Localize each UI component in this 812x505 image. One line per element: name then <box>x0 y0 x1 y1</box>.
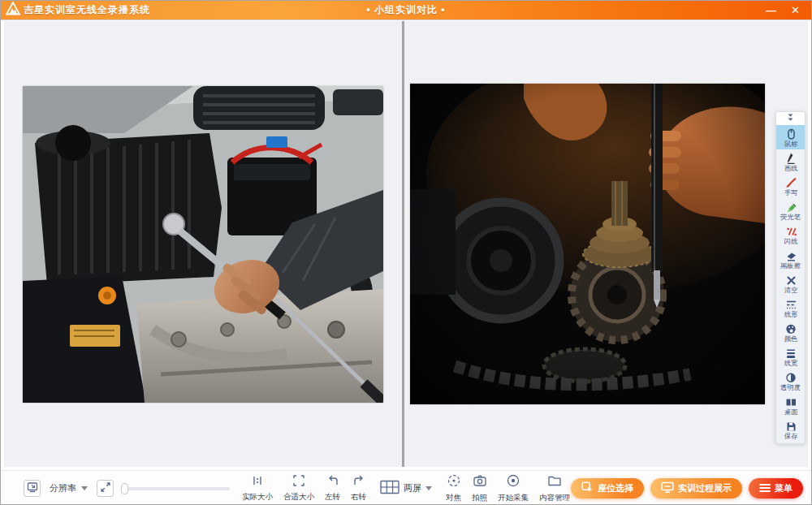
screen-mode-label: 两屏 <box>404 482 421 494</box>
tool-highlighter[interactable]: 荧光笔 <box>776 198 805 222</box>
palette-icon <box>785 322 797 335</box>
seat-selection-button[interactable]: 座位选择 <box>571 478 644 499</box>
tool-label: 线宽 <box>784 359 797 366</box>
seat-select-icon <box>581 481 594 495</box>
content-management-button[interactable]: 内容管理 <box>539 473 570 503</box>
comparison-area: 鼠标 画线 手写 荧光笔 <box>1 19 811 470</box>
focus-icon <box>447 473 461 491</box>
fit-size-button[interactable]: 合适大小 <box>283 474 314 503</box>
tool-clear[interactable]: 清空 <box>776 271 805 296</box>
button-label: 合适大小 <box>283 492 314 503</box>
double-chevron-down-icon <box>785 111 796 126</box>
right-video-panel <box>404 21 808 467</box>
expand-arrows-icon <box>100 481 111 496</box>
button-label: 左转 <box>325 492 340 503</box>
right-photo-gear-repair <box>410 84 765 404</box>
tool-label: 荧光笔 <box>780 213 801 220</box>
close-button[interactable]: ✕ <box>791 5 800 15</box>
screen-mode-dropdown[interactable]: 两屏 <box>380 480 432 498</box>
record-icon <box>506 473 520 491</box>
button-label: 对焦 <box>446 493 461 503</box>
flash-line-icon <box>785 225 797 237</box>
actual-size-button[interactable]: 实际大小 <box>242 474 273 503</box>
button-label: 开始采集 <box>498 493 529 503</box>
chevron-down-icon <box>81 486 88 490</box>
camera-icon <box>473 473 487 491</box>
fit-size-icon <box>292 474 305 490</box>
button-label: 实训过程展示 <box>678 482 732 494</box>
bottom-toolbar: 分辨率 实际大小 <box>1 470 811 505</box>
grid-layout-icon <box>380 480 400 498</box>
tool-eraser[interactable]: 黑板擦 <box>776 247 805 271</box>
button-label: 拍照 <box>472 493 487 503</box>
zoom-slider-handle[interactable] <box>121 483 128 494</box>
window-subtitle: • 小组实训对比 • <box>366 3 445 17</box>
bottom-right-cluster: 座位选择 实训过程展示 菜单 <box>571 478 803 499</box>
button-label: 内容管理 <box>539 493 570 503</box>
chevron-down-icon <box>425 486 432 490</box>
tool-label: 清空 <box>784 286 797 293</box>
minimize-button[interactable]: — <box>766 5 776 15</box>
rotate-right-icon <box>352 474 365 490</box>
app-logo-icon <box>6 2 20 19</box>
tool-label: 黑板擦 <box>780 261 801 269</box>
tool-label: 透明度 <box>780 383 801 391</box>
resolution-label: 分辨率 <box>50 482 76 494</box>
tool-label: 线形 <box>784 310 797 317</box>
collapse-toolbar-button[interactable] <box>776 112 805 125</box>
bottom-left-cluster: 分辨率 <box>24 480 230 497</box>
focus-button[interactable]: 对焦 <box>446 473 461 503</box>
button-label: 菜单 <box>775 482 793 494</box>
save-icon <box>785 420 797 432</box>
window-controls: — ✕ <box>766 5 800 15</box>
app-window: 吉星实训室无线全录播系统 • 小组实训对比 • — ✕ <box>0 0 812 505</box>
tool-handwrite[interactable]: 手写 <box>776 174 805 198</box>
pen-icon <box>785 152 797 164</box>
tool-label: 画线 <box>784 164 797 171</box>
tool-label: 鼠标 <box>784 140 797 147</box>
resolution-dropdown[interactable]: 分辨率 <box>50 482 88 494</box>
tool-label: 手写 <box>784 188 797 196</box>
button-label: 实际大小 <box>242 492 273 503</box>
rotate-right-button[interactable]: 右转 <box>351 474 366 503</box>
tool-desktop[interactable]: 桌面 <box>776 393 805 417</box>
tool-label: 颜色 <box>784 335 797 342</box>
titlebar: 吉星实训室无线全录播系统 • 小组实训对比 • — ✕ <box>1 1 811 19</box>
actual-size-icon <box>251 474 264 490</box>
tool-draw-line[interactable]: 画线 <box>776 149 805 174</box>
start-capture-button[interactable]: 开始采集 <box>498 473 529 503</box>
eraser-icon <box>785 249 797 261</box>
bottom-center-cluster: 实际大小 合适大小 左转 右转 <box>242 473 570 503</box>
process-display-icon <box>661 481 674 495</box>
resolution-settings-button[interactable] <box>24 480 41 497</box>
zoom-expand-button[interactable] <box>97 480 114 497</box>
folder-icon <box>547 473 562 491</box>
tool-save[interactable]: 保存 <box>776 417 805 442</box>
highlighter-icon <box>785 201 797 213</box>
rotate-left-button[interactable]: 左转 <box>325 474 340 503</box>
menu-button[interactable]: 菜单 <box>749 478 803 499</box>
left-photo-engine-bay <box>23 86 383 403</box>
titlebar-left: 吉星实训室无线全录播系统 <box>6 2 150 19</box>
training-process-display-button[interactable]: 实训过程展示 <box>650 478 742 499</box>
tool-mouse[interactable]: 鼠标 <box>776 125 805 149</box>
tool-color[interactable]: 颜色 <box>776 320 805 344</box>
tool-line-width[interactable]: 线宽 <box>776 344 805 369</box>
annotation-toolbar: 鼠标 画线 手写 荧光笔 <box>775 111 806 444</box>
display-resolution-icon <box>27 481 38 496</box>
clear-icon <box>785 274 797 286</box>
tool-flash-line[interactable]: 闪线 <box>776 222 805 247</box>
button-label: 座位选择 <box>598 482 633 494</box>
tool-opacity[interactable]: 透明度 <box>776 369 805 393</box>
window-title: 吉星实训室无线全录播系统 <box>24 3 150 17</box>
tool-label: 闪线 <box>784 237 797 244</box>
desktop-icon <box>785 395 797 408</box>
tool-line-style[interactable]: 线形 <box>776 296 805 320</box>
mouse-icon <box>785 127 797 140</box>
button-label: 右转 <box>351 492 366 503</box>
snapshot-button[interactable]: 拍照 <box>472 473 487 503</box>
tool-label: 桌面 <box>784 408 797 415</box>
zoom-slider[interactable] <box>123 487 230 490</box>
line-style-icon <box>785 298 797 310</box>
tool-label: 保存 <box>784 432 797 439</box>
